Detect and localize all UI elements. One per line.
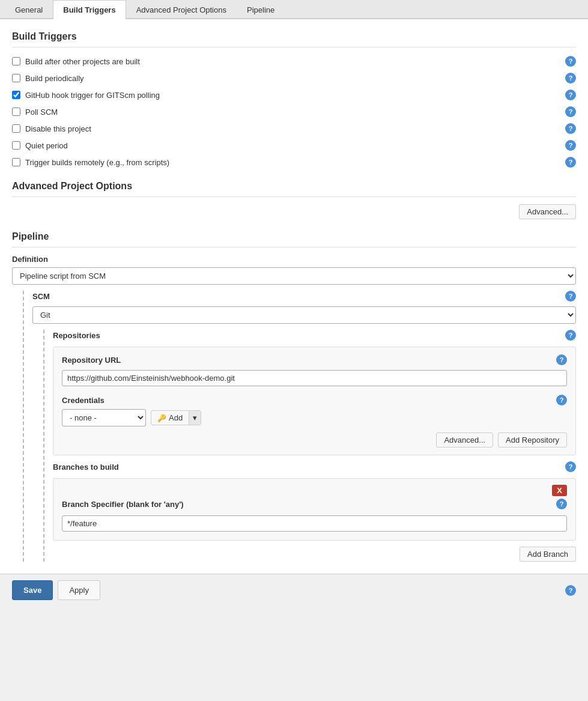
checkbox-label-cb6: Quiet period: [25, 141, 565, 150]
repositories-help-icon[interactable]: ?: [565, 330, 576, 341]
checkbox-row-cb6: Quiet period?: [12, 139, 576, 152]
credentials-select[interactable]: - none -: [62, 409, 146, 426]
repository-box: Repository URL ? Credentials ? - none -: [53, 347, 576, 455]
credentials-section: Credentials ? - none - 🔑 Add ▾: [62, 395, 567, 426]
add-arrow-icon[interactable]: ▾: [189, 411, 201, 425]
scm-header: SCM ?: [32, 291, 576, 302]
build-triggers-title: Build Triggers: [12, 31, 576, 47]
tab-pipeline[interactable]: Pipeline: [237, 0, 285, 19]
repos-header: Repositories ?: [53, 330, 576, 341]
repo-url-label: Repository URL: [62, 356, 556, 365]
checkbox-row-cb1: Build after other projects are built?: [12, 55, 576, 68]
advanced-project-options-section: Advanced Project Options Advanced...: [12, 181, 576, 219]
tab-general[interactable]: General: [5, 0, 53, 19]
repo-url-help-icon[interactable]: ?: [556, 354, 567, 365]
scm-select[interactable]: GitNone: [32, 306, 576, 324]
add-branch-button[interactable]: Add Branch: [520, 547, 576, 562]
checkbox-row-cb2: Build periodically?: [12, 71, 576, 85]
checkbox-label-cb2: Build periodically: [25, 74, 565, 83]
checkbox-row-cb7: Trigger builds remotely (e.g., from scri…: [12, 156, 576, 169]
credentials-help-icon[interactable]: ?: [556, 395, 567, 405]
add-repository-button[interactable]: Add Repository: [498, 432, 567, 448]
branch-specifier-help-icon[interactable]: ?: [556, 499, 567, 509]
advanced-btn-row: Advanced...: [12, 204, 576, 219]
repositories-label: Repositories: [53, 331, 565, 340]
help-icon-cb6[interactable]: ?: [565, 140, 576, 151]
repo-buttons-row: Advanced... Add Repository: [62, 432, 567, 448]
branch-specifier-box: X Branch Specifier (blank for 'any') ?: [53, 478, 576, 541]
add-branch-row: Add Branch: [53, 547, 576, 562]
checkbox-cb5[interactable]: [12, 124, 20, 133]
repo-advanced-button[interactable]: Advanced...: [436, 432, 493, 448]
add-credentials-button[interactable]: 🔑 Add ▾: [151, 410, 201, 425]
credentials-row: - none - 🔑 Add ▾: [62, 409, 567, 426]
help-icon-cb5[interactable]: ?: [565, 123, 576, 134]
checkbox-label-cb3: GitHub hook trigger for GITScm polling: [25, 91, 565, 100]
checkbox-cb7[interactable]: [12, 158, 20, 166]
checkbox-row-cb5: Disable this project?: [12, 122, 576, 135]
bottom-bar: Save Apply ?: [0, 574, 588, 606]
checkbox-cb3[interactable]: [12, 91, 20, 99]
tab-build-triggers[interactable]: Build Triggers: [53, 0, 126, 19]
checkbox-row-cb3: GitHub hook trigger for GITScm polling?: [12, 88, 576, 102]
key-icon: 🔑: [157, 414, 166, 422]
bottom-help-icon[interactable]: ?: [565, 585, 576, 596]
help-icon-cb2[interactable]: ?: [565, 73, 576, 83]
help-icon-cb4[interactable]: ?: [565, 106, 576, 117]
scm-help-icon[interactable]: ?: [565, 291, 576, 302]
tab-advanced-project-options[interactable]: Advanced Project Options: [126, 0, 237, 19]
checkbox-label-cb7: Trigger builds remotely (e.g., from scri…: [25, 158, 565, 167]
pipeline-title: Pipeline: [12, 231, 576, 247]
scm-label: SCM: [32, 292, 565, 301]
branch-specifier-label: Branch Specifier (blank for 'any'): [62, 500, 556, 509]
branch-specifier-header: Branch Specifier (blank for 'any') ?: [62, 499, 567, 509]
checkbox-cb1[interactable]: [12, 57, 20, 65]
checkbox-row-cb4: Poll SCM?: [12, 105, 576, 118]
checkbox-label-cb1: Build after other projects are built: [25, 57, 565, 66]
branches-help-icon[interactable]: ?: [565, 461, 576, 472]
checkbox-cb6[interactable]: [12, 141, 20, 150]
branch-specifier-input[interactable]: [62, 515, 567, 532]
repo-url-field-row: Repository URL ?: [62, 354, 567, 365]
checkbox-cb2[interactable]: [12, 74, 20, 82]
credentials-label: Credentials: [62, 396, 556, 405]
checkbox-cb4[interactable]: [12, 108, 20, 116]
save-button[interactable]: Save: [12, 580, 53, 600]
repositories-section: Repositories ? Repository URL ? Credenti…: [43, 330, 576, 562]
checkbox-label-cb5: Disable this project: [25, 124, 565, 133]
definition-select[interactable]: Pipeline script from SCMPipeline script: [12, 267, 576, 285]
branch-delete-row: X: [62, 485, 567, 496]
help-icon-cb7[interactable]: ?: [565, 157, 576, 168]
checkboxes-container: Build after other projects are built?Bui…: [12, 55, 576, 169]
add-label: Add: [169, 413, 183, 422]
scm-section: SCM ? GitNone Repositories ? Repository …: [23, 291, 576, 562]
main-content: Build Triggers Build after other project…: [0, 19, 588, 574]
help-icon-cb1[interactable]: ?: [565, 56, 576, 67]
advanced-project-options-button[interactable]: Advanced...: [519, 204, 576, 219]
tabs-bar: GeneralBuild TriggersAdvanced Project Op…: [0, 0, 588, 19]
build-triggers-section: Build Triggers Build after other project…: [12, 31, 576, 169]
checkbox-label-cb4: Poll SCM: [25, 108, 565, 117]
branches-section: Branches to build ? X Branch Specifier (…: [53, 461, 576, 562]
pipeline-section: Pipeline Definition Pipeline script from…: [12, 231, 576, 562]
definition-label: Definition: [12, 255, 576, 264]
repo-url-input[interactable]: [62, 370, 567, 386]
branches-header: Branches to build ?: [53, 461, 576, 472]
branches-label: Branches to build: [53, 463, 565, 472]
credentials-field-row: Credentials ?: [62, 395, 567, 405]
advanced-project-options-title: Advanced Project Options: [12, 181, 576, 197]
apply-button[interactable]: Apply: [58, 580, 100, 600]
help-icon-cb3[interactable]: ?: [565, 90, 576, 100]
delete-branch-button[interactable]: X: [552, 485, 567, 496]
